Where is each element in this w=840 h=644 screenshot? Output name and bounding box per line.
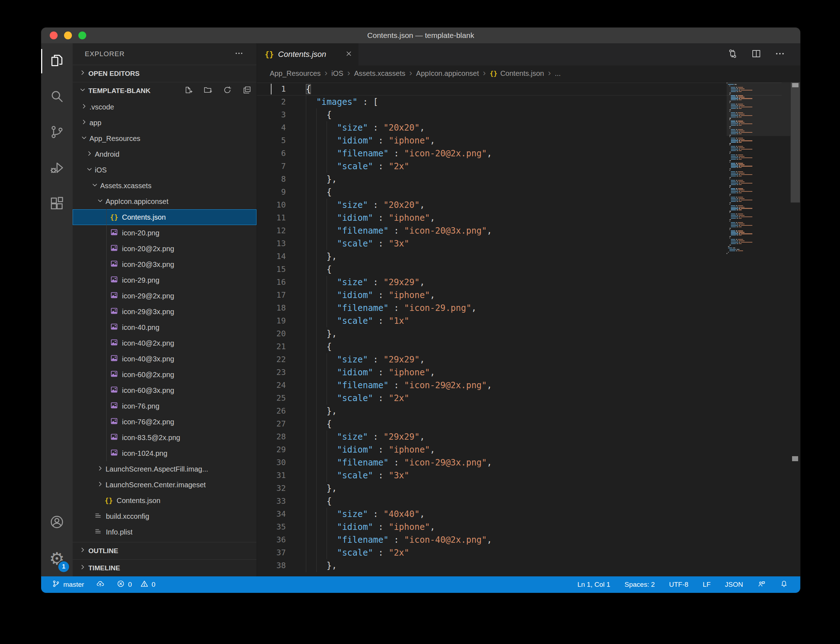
tree-item-icon-40@2x.png[interactable]: icon-40@2x.png [73,335,256,351]
overview-ruler-mark [792,456,798,461]
status-notifications[interactable] [780,580,788,590]
indent-guide [306,392,306,405]
tree-item-info.plist[interactable]: Info.plist [73,524,256,540]
tree-item-icon-20@2x.png[interactable]: icon-20@2x.png [73,241,256,256]
source-control-icon [49,124,65,141]
token: }, [306,174,337,184]
tree-item-.vscode[interactable]: .vscode [73,99,256,115]
tree-item-icon-76@2x.png[interactable]: icon-76@2x.png [73,414,256,430]
compare-button[interactable] [727,48,738,61]
status-encoding[interactable]: UTF-8 [669,581,688,588]
indent-guide [326,469,327,482]
activity-explorer[interactable] [41,43,73,79]
tree-item-app-resources[interactable]: App_Resources [73,131,256,146]
collapse-all-button[interactable] [243,85,251,96]
code-line: 1{ [257,83,800,95]
zoom-button[interactable] [78,31,86,39]
indent-guide [306,546,306,559]
tree-item-icon-40.png[interactable]: icon-40.png [73,319,256,335]
breadcrumb-item-...[interactable]: ... [555,69,561,78]
line-content: }, [291,482,337,495]
line-number: 9 [257,186,291,199]
tree-item-icon-20@3x.png[interactable]: icon-20@3x.png [73,256,256,272]
status-publish-changes[interactable] [96,580,105,590]
tab-contents.json[interactable]: {}Contents.json [257,43,358,66]
indent-guide [106,430,107,445]
tree-item-icon-83.5@2x.png[interactable]: icon-83.5@2x.png [73,430,256,445]
split-editor-icon [751,54,762,60]
minimize-button[interactable] [64,31,72,39]
section-workspace[interactable]: TEMPLATE-BLANK [73,82,256,99]
section-open-editors[interactable]: OPEN EDITORS [73,65,256,82]
tree-item-icon-29@3x.png[interactable]: icon-29@3x.png [73,304,256,319]
indent-guide [316,405,317,417]
title-bar[interactable]: Contents.json — template-blank [41,28,800,43]
new-folder-button[interactable] [203,85,212,96]
section-timeline[interactable]: TIMELINE [73,559,256,577]
views-and-more-actions-button[interactable] [234,49,244,60]
tree-item-launchscreen.aspectfill.imag...[interactable]: LaunchScreen.AspectFill.imag... [73,461,256,477]
line-number: 5 [257,134,291,147]
tab-close-button[interactable] [345,50,353,59]
tree-item-icon-1024.png[interactable]: icon-1024.png [73,445,256,461]
activity-run-debug[interactable] [41,151,73,186]
token: : [373,316,389,326]
tree-item-android[interactable]: Android [73,146,256,162]
activity-settings[interactable]: ⚙1 [41,540,73,577]
minimap-segment [739,97,745,97]
close-button[interactable] [50,31,57,39]
section-outline[interactable]: OUTLINE [73,542,256,559]
minimap-segment [741,123,752,124]
breadcrumb-item-appicon.appiconset[interactable]: AppIcon.appiconset [416,69,479,78]
tree-item-assets.xcassets[interactable]: Assets.xcassets [73,178,256,194]
activity-accounts[interactable] [41,505,73,540]
indent-guide [106,383,107,398]
activity-extensions[interactable] [41,186,73,222]
tree-item-build.xcconfig[interactable]: build.xcconfig [73,508,256,524]
minimap-segment [736,95,737,96]
refresh-button[interactable] [223,85,232,96]
tree-item-contents.json[interactable]: {}Contents.json [73,493,256,508]
tree-item-appicon.appiconset[interactable]: AppIcon.appiconset [73,194,256,209]
minimap-segment [737,125,738,126]
tree-item-icon-20.png[interactable]: icon-20.png [73,225,256,241]
minimap-segment [731,243,736,244]
breadcrumb-item-app-resources[interactable]: App_Resources [270,69,320,78]
line-content: "idiom" : "iphone", [291,212,435,224]
scrollbar-thumb[interactable] [791,82,800,202]
tree-item-icon-29.png[interactable]: icon-29.png [73,272,256,288]
tree-item-ios[interactable]: iOS [73,162,256,178]
token: "size" [337,277,368,287]
tree-item-icon-60@2x.png[interactable]: icon-60@2x.png [73,367,256,383]
tree-item-launchscreen.center.imageset[interactable]: LaunchScreen.Center.imageset [73,477,256,493]
tree-item-icon-76.png[interactable]: icon-76.png [73,398,256,414]
activity-search[interactable] [41,79,73,115]
status-problems[interactable]: 00 [116,580,155,590]
status-branch-indicator[interactable]: master [52,580,84,590]
ellipsis-button[interactable] [774,48,785,61]
activity-source-control[interactable] [41,115,73,151]
line-content: "size" : "20x20", [291,121,425,134]
minimap[interactable] [727,82,790,254]
status-eol[interactable]: LF [703,581,710,588]
breadcrumb-item-contents.json[interactable]: {}Contents.json [490,69,544,78]
status-feedback[interactable] [757,580,766,590]
status-cursor-position[interactable]: Ln 1, Col 1 [578,581,610,588]
line-content: { [291,186,331,199]
new-file-button[interactable] [184,85,192,96]
tree-item-icon-40@3x.png[interactable]: icon-40@3x.png [73,351,256,367]
tree-item-icon-60@3x.png[interactable]: icon-60@3x.png [73,383,256,398]
token: }, [306,406,337,416]
status-indentation[interactable]: Spaces: 2 [625,581,655,588]
breadcrumb-item-assets.xcassets[interactable]: Assets.xcassets [354,69,405,78]
status-language-mode[interactable]: JSON [725,581,743,588]
breadcrumb-item-ios[interactable]: iOS [331,69,343,78]
tree-item-icon-29@2x.png[interactable]: icon-29@2x.png [73,288,256,304]
tree-item-contents.json[interactable]: {}Contents.json [73,209,256,225]
overview-ruler-cursor-mark [792,83,799,87]
tree-item-app[interactable]: app [73,115,256,131]
chevron-right-icon [80,103,88,112]
code-editor[interactable]: 1{2 "images" : [3 {4 "size" : "20x20",5 … [257,82,800,577]
split-editor-button[interactable] [751,48,762,61]
code-line: 37 "scale" : "2x" [257,546,800,559]
